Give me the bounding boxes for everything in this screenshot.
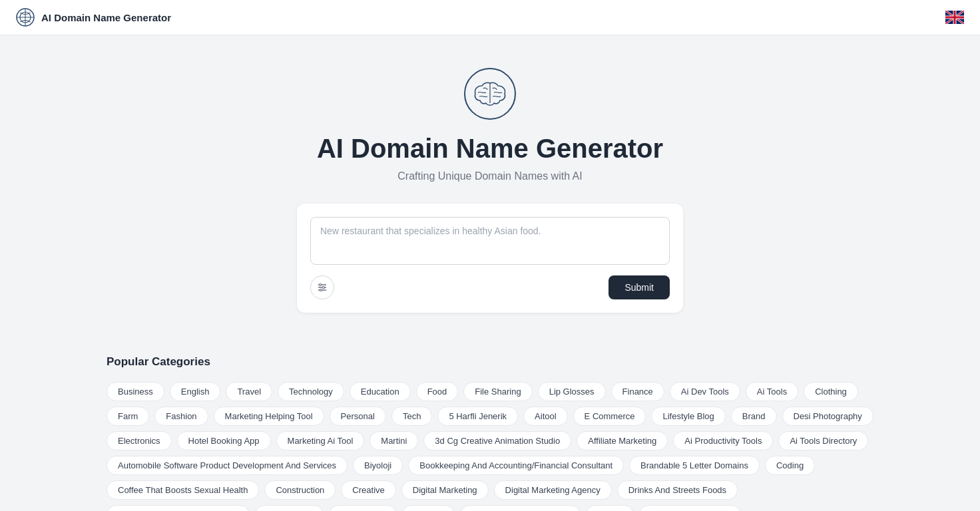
tag-item[interactable]: Coffee That Boosts Sexual Health	[107, 480, 259, 500]
tag-item[interactable]: Gift Packing Paper Brand	[460, 505, 581, 511]
tag-item[interactable]: Biyoloji	[353, 456, 403, 475]
tag-item[interactable]: Construction	[264, 480, 336, 500]
hero-section: AI Domain Name Generator Crafting Unique…	[0, 35, 980, 334]
tag-item[interactable]: Martini	[369, 431, 418, 450]
categories-section: Popular Categories BusinessEnglishTravel…	[0, 334, 980, 511]
tag-item[interactable]: English	[170, 382, 221, 401]
tag-item[interactable]: Ai Tools	[746, 382, 798, 401]
tag-item[interactable]: Dynamic Software Consultancy	[107, 505, 250, 511]
search-container: Submit	[297, 204, 683, 313]
language-flag-icon[interactable]	[945, 11, 964, 24]
header-title: AI Domain Name Generator	[41, 12, 171, 23]
tag-item[interactable]: Technology	[278, 382, 344, 401]
tag-item[interactable]: Affiliate Marketing	[577, 431, 668, 450]
tag-item[interactable]: Digital Marketing Agency	[494, 480, 612, 500]
tag-item[interactable]: Automobile Software Product Development …	[107, 456, 348, 475]
tag-item[interactable]: Marketing Helping Tool	[214, 407, 324, 426]
tag-item[interactable]: Drinks And Streets Foods	[617, 480, 738, 500]
svg-point-11	[323, 287, 325, 289]
tag-item[interactable]: Health And Wellness	[639, 505, 742, 511]
tag-item[interactable]: Food	[416, 382, 459, 401]
tag-item[interactable]: File Sharing	[463, 382, 532, 401]
tag-item[interactable]: Hotel Booking App	[177, 431, 271, 450]
tag-item[interactable]: Marketing Ai Tool	[276, 431, 365, 450]
tag-item[interactable]: Desi Photography	[782, 407, 873, 426]
header-left: AI Domain Name Generator	[16, 8, 171, 27]
search-textarea[interactable]	[310, 217, 670, 265]
tag-item[interactable]: Ai Dev Tools	[670, 382, 740, 401]
tag-item[interactable]: Travel	[226, 382, 272, 401]
tag-item[interactable]: Tech	[391, 407, 432, 426]
hero-subtitle: Crafting Unique Domain Names with AI	[397, 170, 582, 182]
search-footer: Submit	[310, 275, 670, 299]
svg-point-10	[320, 284, 322, 286]
sliders-icon	[317, 282, 328, 293]
tag-item[interactable]: Bookkeeping And Accounting/Financial Con…	[408, 456, 624, 475]
tag-item[interactable]: Ai Productivity Tools	[673, 431, 773, 450]
tag-item[interactable]: Personal	[330, 407, 386, 426]
tag-item[interactable]: Clothing	[804, 382, 858, 401]
tag-item[interactable]: Fashion	[154, 407, 208, 426]
tag-item[interactable]: Aitool	[523, 407, 568, 426]
tag-item[interactable]: Ecommerce	[255, 505, 324, 511]
hero-title: AI Domain Name Generator	[317, 134, 663, 164]
tag-item[interactable]: Coding	[765, 456, 815, 475]
tag-item[interactable]: Farm	[107, 407, 149, 426]
header-logo-icon	[16, 8, 35, 27]
tag-item[interactable]: 3d Cg Creative Animation Studio	[423, 431, 571, 450]
tag-item[interactable]: Health	[586, 505, 634, 511]
tag-item[interactable]: Gaming	[402, 505, 455, 511]
tag-item[interactable]: 5 Harfli Jenerik	[437, 407, 518, 426]
tags-container: BusinessEnglishTravelTechnologyEducation…	[107, 382, 873, 511]
tag-item[interactable]: Lifestyle Blog	[651, 407, 725, 426]
tag-item[interactable]: Lip Glosses	[538, 382, 606, 401]
filter-button[interactable]	[310, 275, 334, 299]
tag-item[interactable]: Finance	[611, 382, 664, 401]
tag-item[interactable]: Business	[107, 382, 164, 401]
tag-item[interactable]: Brandable 5 Letter Domains	[629, 456, 760, 475]
tag-item[interactable]: Digital Marketing	[401, 480, 489, 500]
tag-item[interactable]: Creative	[341, 480, 395, 500]
svg-point-12	[320, 289, 322, 291]
tag-item[interactable]: Brand	[731, 407, 777, 426]
header-right	[945, 11, 964, 24]
tag-item[interactable]: E Commerce	[573, 407, 646, 426]
tag-item[interactable]: Electronics	[107, 431, 172, 450]
header: AI Domain Name Generator	[0, 0, 980, 35]
tag-item[interactable]: Freelancing	[329, 505, 397, 511]
tag-item[interactable]: Ai Tools Directory	[778, 431, 868, 450]
tag-item[interactable]: Education	[350, 382, 411, 401]
hero-brain-icon	[463, 67, 517, 120]
submit-button[interactable]: Submit	[609, 275, 670, 299]
categories-title: Popular Categories	[107, 355, 873, 369]
